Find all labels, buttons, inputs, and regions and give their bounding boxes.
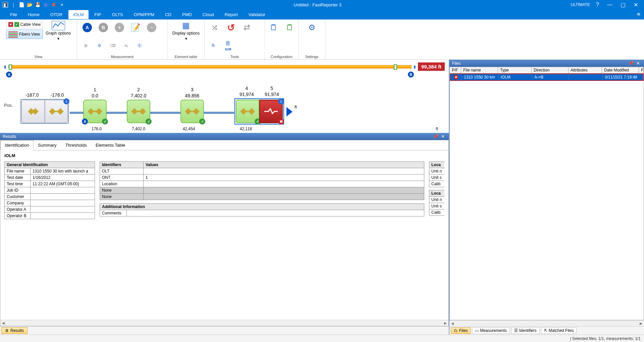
panel-close-icon[interactable]: ✕ (440, 134, 446, 139)
scroll-right-arrow[interactable] (286, 107, 292, 116)
scroll-left-icon[interactable]: ◄ (0, 321, 6, 326)
table-header: Additional Information (100, 204, 424, 210)
ruler-start-icon[interactable]: ▮ (4, 64, 6, 69)
close-button[interactable]: ✕ (632, 2, 640, 8)
launch-element-1[interactable] (21, 100, 45, 123)
measurement-grid-icon[interactable]: ⊞ (80, 40, 91, 51)
col-extra[interactable]: F (639, 67, 644, 73)
launch-element-2[interactable]: i (45, 100, 68, 123)
help-button[interactable]: ? (594, 2, 601, 8)
bottom-tab-matched[interactable]: ⇱Matched Files (541, 327, 577, 334)
files-grid-row[interactable]: ✖ 1310 1550 30 km iOLM A->B 3/11/2021 7:… (450, 74, 644, 81)
display-options-button[interactable]: ▦ Display options ▾ (172, 21, 200, 41)
results-h-scrollbar[interactable]: ◄ ► (0, 320, 448, 326)
col-attributes[interactable]: Attributes (569, 67, 602, 73)
tab-cd[interactable]: CD (160, 10, 176, 19)
tab-report[interactable]: Report (220, 10, 243, 19)
measurement-info-icon[interactable]: 🛈 (134, 40, 145, 51)
file-attr-cell (569, 74, 603, 80)
panel-close-icon[interactable]: ✕ (635, 61, 641, 66)
table-row: Test date1/16/2012 (5, 175, 95, 181)
col-direction[interactable]: Direction (532, 67, 569, 73)
unit-label: ft (294, 104, 297, 109)
link-element-3[interactable]: ✓ (180, 100, 204, 123)
tab-thresholds[interactable]: Thresholds (61, 140, 91, 150)
scroll-right-icon[interactable]: ► (638, 321, 644, 326)
tab-file[interactable]: File (5, 10, 22, 19)
tab-olts[interactable]: OLTS (107, 10, 128, 19)
results-tab-icon: 🗎 (5, 328, 9, 333)
ruler-handle-a[interactable] (9, 64, 12, 70)
open-icon[interactable]: 📂 (27, 2, 32, 7)
qa-dropdown-icon[interactable]: ▾ (59, 2, 64, 7)
link-element-5[interactable]: i ✖ (259, 100, 283, 123)
ribbon-collapse-icon[interactable]: ≋ (637, 11, 641, 17)
results-content: iOLM General Identification File name131… (0, 150, 448, 320)
tab-summary[interactable]: Summary (34, 140, 61, 150)
tools-sor-button[interactable]: 🗎 SOR (221, 40, 235, 51)
col-type[interactable]: Type (498, 67, 532, 73)
measurement-swap-icon[interactable]: ⇆ (121, 40, 131, 51)
bottom-tab-measurements[interactable]: ▭Measurements (472, 327, 509, 334)
saveall-icon[interactable]: ⧉ (43, 2, 48, 7)
table-row: OLT (100, 168, 424, 175)
graph-options-button[interactable]: Graph options ▾ (46, 21, 71, 41)
fibers-view-button[interactable]: Fibers View (6, 30, 43, 39)
ruler-end-icon[interactable]: ▮ (414, 64, 416, 69)
measurement-delete-icon[interactable]: ⌫ (107, 40, 118, 51)
pin-icon[interactable]: 📌 (432, 134, 440, 139)
remove-element-button[interactable]: − (145, 21, 158, 34)
edit-element-button[interactable]: 📝 (129, 21, 142, 34)
results-panel-title: Results (3, 134, 16, 139)
new-icon[interactable]: 📄 (19, 2, 24, 7)
segment-length: 42,118 (217, 127, 274, 132)
settings-sliders-icon[interactable]: ⚙ (305, 21, 319, 34)
files-tab-icon: 🗀 (454, 328, 458, 333)
tab-elements-table[interactable]: Elements Table (91, 140, 130, 150)
col-pf[interactable]: P/F (450, 67, 461, 73)
scroll-right-icon[interactable]: ► (442, 321, 448, 326)
files-panel-header: Files 📌 ✕ (449, 60, 644, 67)
files-h-scrollbar[interactable]: ◄ ► (449, 320, 644, 326)
tools-swap1-icon[interactable]: ⤮ (208, 21, 221, 34)
scroll-left-icon[interactable]: ◄ (449, 321, 455, 326)
link-element-2[interactable]: ✓ (127, 100, 150, 123)
tab-iolm[interactable]: iOLM (68, 10, 88, 19)
col-filename[interactable]: File name (461, 67, 498, 73)
bottom-tab-results[interactable]: 🗎 Results (1, 327, 28, 334)
group-view-label: View (3, 54, 73, 59)
tab-pmd[interactable]: PMD (177, 10, 197, 19)
tab-cloud[interactable]: Cloud (198, 10, 219, 19)
tab-home[interactable]: Home (23, 10, 44, 19)
close-file-icon[interactable]: ✖ (51, 2, 56, 7)
tab-otdr[interactable]: OTDR (46, 10, 67, 19)
marker-b-button[interactable]: B (97, 21, 110, 34)
config-sheet-icon[interactable]: 🗒 (267, 21, 280, 34)
save-icon[interactable]: 💾 (35, 2, 40, 7)
link-element-1[interactable]: A ✓ (83, 100, 107, 123)
pin-icon[interactable]: 📌 (627, 61, 635, 66)
config-add-sheet-icon[interactable]: 🗒 (283, 21, 297, 34)
link-ruler[interactable] (8, 65, 412, 68)
tab-validator[interactable]: Validator (244, 10, 270, 19)
tab-fip[interactable]: FIP (90, 10, 106, 19)
add-element-button[interactable]: + (113, 21, 126, 34)
ruler-handle-b[interactable] (394, 64, 397, 70)
col-datemod[interactable]: Date Modified (602, 67, 639, 73)
fail-status-icon: ✖ (454, 75, 459, 80)
bottom-tab-identifiers[interactable]: ☰Identifiers (511, 327, 540, 334)
tools-page-icon[interactable]: 🗎 (208, 40, 219, 51)
sor-file-icon: 🗎 (225, 40, 231, 47)
tab-opmppm[interactable]: OPM/PPM (129, 10, 159, 19)
tools-swap2-icon[interactable]: ⇄ (240, 21, 254, 34)
table-row: Unit n (429, 168, 445, 175)
link-element-4[interactable]: ✓ (236, 100, 259, 123)
minimize-button[interactable]: — (605, 2, 614, 8)
tools-reset-icon[interactable]: ↺ (224, 21, 237, 34)
tab-identification[interactable]: Identification (0, 140, 34, 150)
measurement-gear-icon[interactable]: ⚙ (94, 40, 105, 51)
cable-view-button[interactable]: ✖ ✔ Cable View (6, 21, 43, 28)
maximize-button[interactable]: ▢ (619, 2, 628, 8)
bottom-tab-files[interactable]: 🗀Files (451, 327, 471, 334)
marker-a-button[interactable]: A (80, 21, 94, 34)
